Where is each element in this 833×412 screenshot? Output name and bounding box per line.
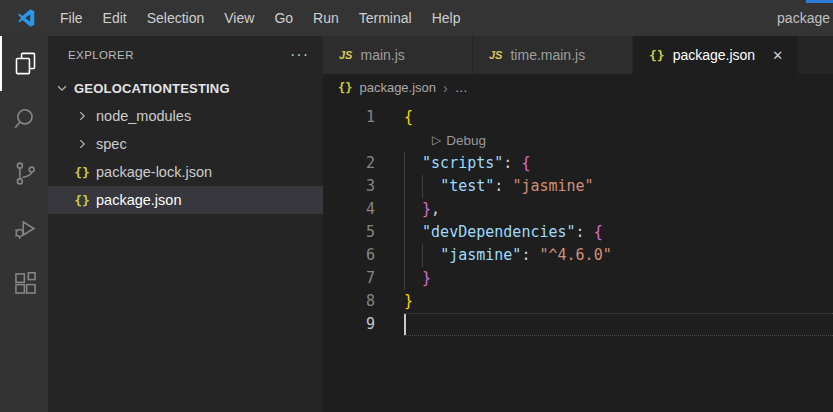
- menu-edit[interactable]: Edit: [93, 0, 137, 36]
- code-line[interactable]: 5 "devDependencies": {: [323, 221, 833, 244]
- code-text[interactable]: "scripts": {: [404, 152, 833, 175]
- code-line[interactable]: 1{: [323, 106, 833, 129]
- code-token: :: [494, 177, 512, 195]
- line-number: 9: [323, 313, 375, 336]
- codelens-label[interactable]: Debug: [446, 129, 486, 152]
- code-token: }: [422, 269, 431, 287]
- codelens[interactable]: ▷Debug: [404, 129, 833, 152]
- breadcrumbs: {} package.json › …: [323, 74, 833, 101]
- json-file-icon: {}: [74, 165, 90, 180]
- code-token: }: [422, 200, 431, 218]
- code-line[interactable]: 9: [323, 313, 833, 336]
- tree-item-spec[interactable]: spec: [48, 130, 323, 158]
- code-token: "jasmine": [440, 246, 521, 264]
- debug-play-icon: ▷: [432, 129, 441, 152]
- window-title: package: [777, 0, 830, 36]
- code-line[interactable]: 3 "test": "jasmine": [323, 175, 833, 198]
- code-line[interactable]: 2 "scripts": {: [323, 152, 833, 175]
- sidebar-header: EXPLORER ···: [48, 36, 323, 74]
- code-text[interactable]: }: [404, 267, 833, 290]
- line-number: 7: [323, 267, 375, 290]
- gutter-spacer: [375, 152, 404, 175]
- file-label: node_modules: [96, 108, 191, 124]
- close-icon[interactable]: ✕: [769, 47, 786, 64]
- code-token: "jasmine": [512, 177, 593, 195]
- activity-files-icon[interactable]: [0, 36, 48, 91]
- code-token: [404, 200, 422, 218]
- line-number: 8: [323, 290, 375, 313]
- line-number: 1: [323, 106, 375, 129]
- tab-main.js[interactable]: JSmain.js: [323, 36, 473, 74]
- line-number: 2: [323, 152, 375, 175]
- tab-time.main.js[interactable]: JStime.main.js: [473, 36, 633, 74]
- code-token: ,: [431, 200, 440, 218]
- gutter-spacer: [375, 106, 404, 129]
- menu-go[interactable]: Go: [264, 0, 303, 36]
- activity-bar: [0, 36, 48, 412]
- code-token: "scripts": [422, 154, 503, 172]
- code-text[interactable]: },: [404, 198, 833, 221]
- file-label: spec: [96, 136, 127, 152]
- menu-selection[interactable]: Selection: [137, 0, 215, 36]
- chevron-right-icon: [74, 108, 90, 124]
- menu-run[interactable]: Run: [303, 0, 349, 36]
- code-token: :: [521, 246, 539, 264]
- line-number: 5: [323, 221, 375, 244]
- code-text[interactable]: "test": "jasmine": [404, 175, 833, 198]
- activity-extensions-icon[interactable]: [0, 256, 48, 311]
- gutter-spacer: [375, 198, 404, 221]
- file-label: package.json: [96, 192, 181, 208]
- code-token: :: [576, 223, 594, 241]
- code-line[interactable]: 4 },: [323, 198, 833, 221]
- indent-guide: [404, 152, 405, 290]
- code-line[interactable]: 7 }: [323, 267, 833, 290]
- tree-item-node_modules[interactable]: node_modules: [48, 102, 323, 130]
- line-number: 6: [323, 244, 375, 267]
- tab-label: time.main.js: [510, 47, 585, 63]
- tree-item-package.json[interactable]: {}package.json: [48, 186, 323, 214]
- code-text[interactable]: [404, 313, 833, 336]
- code-line[interactable]: 8}: [323, 290, 833, 313]
- tree-root-folder[interactable]: GEOLOCATIONTESTING: [48, 74, 323, 102]
- code-token: {: [521, 154, 530, 172]
- code-token: [404, 269, 422, 287]
- activity-search-icon[interactable]: [0, 91, 48, 146]
- json-file-icon: {}: [74, 193, 90, 208]
- vscode-window: FileEditSelectionViewGoRunTerminalHelp p…: [0, 0, 833, 412]
- titlebar: FileEditSelectionViewGoRunTerminalHelp p…: [0, 0, 833, 36]
- breadcrumb-more[interactable]: …: [455, 80, 468, 95]
- code-token: :: [503, 154, 521, 172]
- root-folder-label: GEOLOCATIONTESTING: [74, 81, 230, 96]
- code-text[interactable]: "jasmine": "^4.6.0": [404, 244, 833, 267]
- chevron-down-icon: [54, 80, 70, 96]
- code-text[interactable]: }: [404, 290, 833, 313]
- tab-package.json[interactable]: {}package.json✕: [633, 36, 799, 74]
- more-actions-icon[interactable]: ···: [290, 50, 309, 60]
- code-text[interactable]: {: [404, 106, 833, 129]
- json-file-icon: {}: [338, 81, 352, 95]
- menu-terminal[interactable]: Terminal: [349, 0, 422, 36]
- menu-view[interactable]: View: [214, 0, 264, 36]
- breadcrumb-separator-icon: ›: [443, 80, 448, 96]
- editor-group: JSmain.jsJStime.main.js{}package.json✕ {…: [323, 36, 833, 412]
- breadcrumb-file[interactable]: package.json: [359, 80, 436, 95]
- indent-guide: [422, 175, 423, 198]
- tree-item-package-lock.json[interactable]: {}package-lock.json: [48, 158, 323, 186]
- code-token: "^4.6.0": [539, 246, 611, 264]
- file-tree: GEOLOCATIONTESTING node_modulesspec{}pac…: [48, 74, 323, 214]
- code-editor[interactable]: 1{▷Debug2 "scripts": {3 "test": "jasmine…: [323, 101, 833, 412]
- tab-bar: JSmain.jsJStime.main.js{}package.json✕: [323, 36, 833, 74]
- gutter-spacer: [375, 244, 404, 267]
- activity-source-control-icon[interactable]: [0, 146, 48, 201]
- js-file-icon: JS: [489, 49, 502, 61]
- js-file-icon: JS: [339, 49, 352, 61]
- activity-run-debug-icon[interactable]: [0, 201, 48, 256]
- sidebar-title: EXPLORER: [68, 49, 134, 61]
- code-text[interactable]: "devDependencies": {: [404, 221, 833, 244]
- code-line[interactable]: 6 "jasmine": "^4.6.0": [323, 244, 833, 267]
- menu-help[interactable]: Help: [422, 0, 471, 36]
- tab-label: package.json: [673, 47, 756, 63]
- menu-file[interactable]: File: [50, 0, 93, 36]
- accent-strip: [806, 0, 833, 3]
- gutter-spacer: [375, 175, 404, 198]
